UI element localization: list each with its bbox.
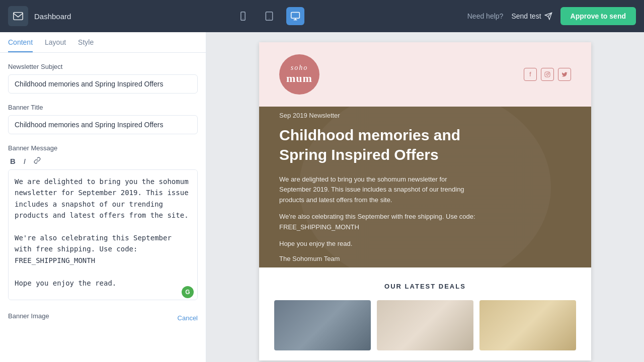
svg-point-11 (546, 73, 548, 75)
app-logo (8, 6, 28, 26)
banner-message-section: Banner Message B I We are delighted to b… (8, 144, 198, 302)
send-icon (544, 12, 552, 20)
newsletter-subject-section: Newsletter Subject (8, 63, 198, 94)
deal-item-1 (274, 300, 371, 350)
newsletter-subject-label: Newsletter Subject (8, 63, 198, 70)
banner-body-1: We are delighted to bring you the sohomu… (279, 174, 480, 206)
deals-grid (274, 300, 576, 350)
tab-style[interactable]: Style (78, 38, 94, 52)
italic-button[interactable]: I (22, 156, 28, 166)
need-help-text: Need help? (467, 12, 504, 20)
banner-body-2: We're also celebrating this September wi… (279, 212, 480, 233)
banner-message-textarea[interactable]: We are delighted to bring you the sohomu… (8, 169, 198, 300)
svg-rect-5 (291, 13, 300, 19)
brand-logo: soho mum (279, 54, 319, 95)
bold-button[interactable]: B (8, 156, 18, 166)
deal-item-2 (377, 300, 473, 350)
grammarly-icon: G (182, 286, 194, 298)
panel-tabs: Content Layout Style (0, 32, 206, 53)
banner-image-label: Banner Image (8, 312, 49, 320)
message-textarea-wrapper: We are delighted to bring you the sohomu… (8, 169, 198, 302)
deals-title: OUR LATEST DEALS (274, 283, 576, 290)
banner-body-3: Hope you enjoy the read. (279, 239, 480, 249)
editor-toolbar: B I (8, 156, 198, 166)
main-content: Content Layout Style Newsletter Subject … (0, 32, 644, 362)
dashboard-title: Dashboard (34, 12, 71, 21)
device-switcher (71, 7, 467, 25)
deal-image-2 (377, 300, 473, 350)
topbar: Dashboard Need help? Send test (0, 0, 644, 32)
banner-image-section: Banner Image Cancel (8, 312, 198, 324)
banner-team: The Sohomum Team (279, 255, 571, 262)
desktop-device-btn[interactable] (286, 7, 304, 25)
svg-point-12 (548, 73, 549, 73)
tab-content[interactable]: Content (8, 38, 33, 52)
cancel-link[interactable]: Cancel (178, 314, 198, 322)
banner-headline: Childhood memories and Spring Inspired O… (279, 125, 470, 164)
deal-image-1 (274, 300, 371, 350)
approve-to-send-button[interactable]: Approve to send (560, 7, 636, 25)
banner-title-section: Banner Title (8, 104, 198, 134)
svg-rect-0 (14, 13, 23, 20)
svg-rect-1 (241, 12, 245, 21)
topbar-right: Need help? Send test Approve to send (467, 7, 636, 25)
social-icons: f (524, 68, 571, 81)
svg-rect-3 (266, 12, 272, 21)
right-panel: soho mum f (206, 32, 644, 362)
banner-title-label: Banner Title (8, 104, 198, 111)
email-header: soho mum f (259, 42, 591, 107)
banner-image-header: Banner Image Cancel (8, 312, 198, 324)
panel-content-area: Newsletter Subject Banner Title Banner M… (0, 53, 206, 362)
instagram-icon (541, 68, 554, 81)
deal-image-3 (479, 300, 576, 350)
email-preview: soho mum f (259, 42, 591, 360)
banner-message-label: Banner Message (8, 144, 198, 152)
banner-date: Sep 2019 Newsletter (279, 112, 571, 119)
tablet-device-btn[interactable] (260, 7, 278, 25)
mail-icon (13, 11, 24, 22)
newsletter-subject-input[interactable] (8, 74, 198, 94)
link-icon (34, 157, 41, 164)
email-banner: Sep 2019 Newsletter Childhood memories a… (259, 107, 591, 267)
link-button[interactable] (32, 156, 43, 166)
left-panel: Content Layout Style Newsletter Subject … (0, 32, 206, 362)
facebook-icon: f (524, 68, 537, 81)
banner-title-input[interactable] (8, 115, 198, 134)
svg-rect-10 (545, 72, 550, 77)
mobile-device-btn[interactable] (234, 7, 252, 25)
twitter-icon (558, 68, 571, 81)
deals-section: OUR LATEST DEALS (259, 267, 591, 360)
send-test-button[interactable]: Send test (511, 12, 552, 20)
deal-item-3 (479, 300, 576, 350)
tab-layout[interactable]: Layout (45, 38, 66, 52)
